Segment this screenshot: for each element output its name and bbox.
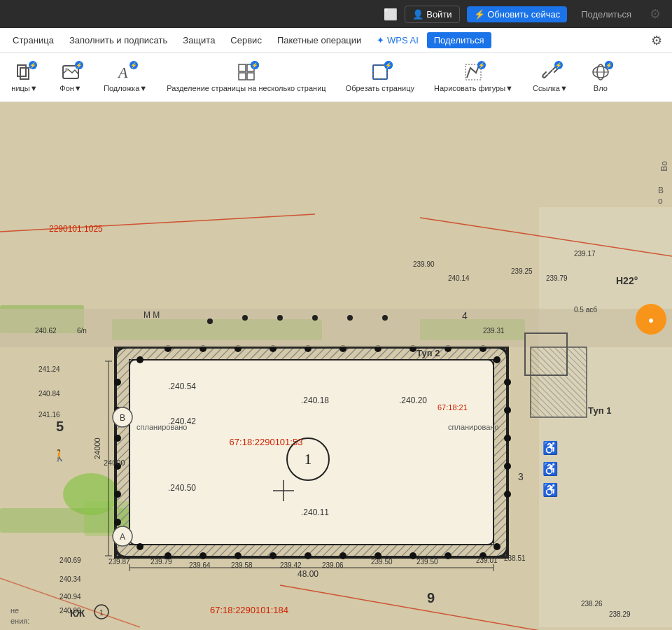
tool-background[interactable]: ⚡ Фон▼: [53, 59, 88, 95]
svg-line-12: [548, 70, 552, 74]
link-icon: ⚡: [540, 62, 560, 82]
menu-gear-icon[interactable]: ⚙: [647, 33, 666, 48]
link-label: Ссылка▼: [533, 84, 568, 92]
settings-icon[interactable]: ⚙: [645, 6, 665, 22]
svg-point-68: [114, 379, 121, 386]
svg-point-56: [340, 552, 346, 559]
menu-service[interactable]: Сервис: [223, 32, 269, 48]
svg-text:240.84: 240.84: [38, 390, 60, 398]
tool-crop[interactable]: ⚡ ⚡ Обрезать страницу: [342, 59, 419, 95]
svg-text:239.58: 239.58: [231, 561, 253, 569]
menu-fill-sign[interactable]: Заполнить и подписать: [62, 32, 174, 48]
menu-page[interactable]: Страница: [6, 32, 61, 48]
underlay-label: Подложка▼: [104, 84, 147, 92]
svg-text:24000: 24000: [93, 438, 102, 459]
svg-rect-0: [18, 65, 26, 76]
svg-point-53: [444, 552, 451, 559]
svg-text:Туп 1: Туп 1: [588, 405, 611, 416]
svg-text:239.87: 239.87: [108, 558, 130, 566]
svg-rect-7: [239, 73, 246, 80]
svg-point-48: [504, 435, 511, 442]
tool-split[interactable]: ⚡ ⚡ Разделение страницы на несколько стр…: [162, 59, 330, 95]
svg-rect-94: [0, 309, 672, 347]
toolbar: ⚡ ницы▼ ⚡ Фон▼ A ⚡ Подложка▼ ⚡ ⚡ Разделе…: [0, 53, 672, 102]
svg-point-49: [504, 463, 511, 470]
svg-text:239.90: 239.90: [413, 260, 435, 268]
svg-text:спланировано: спланировано: [136, 423, 187, 431]
svg-text:238.26: 238.26: [581, 600, 603, 608]
crop-label: Обрезать страницу: [346, 84, 414, 92]
svg-text:239.50: 239.50: [416, 558, 438, 566]
svg-text:.240.54: .240.54: [168, 382, 196, 391]
svg-text:24000: 24000: [104, 458, 125, 467]
svg-text:5: 5: [56, 419, 64, 434]
svg-text:●: ●: [648, 314, 654, 326]
svg-text:239.64: 239.64: [189, 561, 211, 569]
blueprint-canvas[interactable]: 1 67:18:2290101:53 .240.54 .240.42 .240.…: [0, 102, 672, 630]
svg-rect-1: [20, 68, 29, 79]
draw-label: Нарисовать фигуры▼: [434, 84, 513, 92]
svg-point-54: [410, 552, 416, 559]
svg-text:H22°: H22°: [616, 275, 638, 286]
svg-point-63: [114, 519, 121, 526]
svg-point-34: [136, 356, 144, 363]
split-icon: ⚡ ⚡: [237, 62, 256, 82]
menu-protect[interactable]: Защита: [176, 32, 222, 48]
svg-text:239.79: 239.79: [150, 558, 172, 566]
user-icon: 👤: [412, 9, 424, 20]
tool-link[interactable]: ⚡ Ссылка▼: [528, 59, 572, 95]
pages-label: ницы▼: [11, 84, 37, 92]
svg-text:.240.20: .240.20: [399, 396, 427, 405]
update-button[interactable]: ⚡ Обновить сейчас: [467, 6, 568, 22]
svg-text:239.31: 239.31: [483, 327, 505, 335]
svg-text:240.69: 240.69: [59, 556, 81, 564]
svg-point-3: [65, 68, 68, 71]
svg-text:238.29: 238.29: [609, 610, 631, 618]
menu-share[interactable]: Поделиться: [427, 32, 491, 48]
svg-text:♿: ♿: [542, 440, 559, 456]
menu-wps-ai[interactable]: ✦ WPS AI: [370, 32, 425, 48]
svg-point-66: [114, 435, 121, 442]
share-topbar-button[interactable]: Поделиться: [574, 6, 638, 22]
tool-draw[interactable]: ⚡ Нарисовать фигуры▼: [430, 59, 517, 95]
draw-icon: ⚡: [463, 62, 483, 82]
svg-text:Туп 2: Туп 2: [416, 348, 440, 358]
split-label: Разделение страницы на несколько страниц: [167, 84, 326, 92]
svg-text:239.42: 239.42: [280, 561, 302, 569]
svg-text:240.62: 240.62: [35, 327, 57, 335]
svg-point-45: [493, 356, 500, 363]
svg-rect-8: [247, 73, 254, 80]
svg-text:А: А: [120, 532, 125, 542]
svg-text:67:18:2290101:53: 67:18:2290101:53: [230, 437, 303, 447]
svg-text:67:18:2290101:184: 67:18:2290101:184: [210, 605, 288, 615]
svg-point-148: [207, 318, 213, 324]
tool-pages[interactable]: ⚡ ницы▼: [7, 59, 42, 95]
svg-rect-5: [239, 64, 246, 71]
svg-point-150: [277, 315, 283, 321]
background-icon: ⚡: [61, 62, 80, 82]
menu-batch[interactable]: Пакетные операции: [270, 32, 368, 48]
tool-underlay[interactable]: A ⚡ Подложка▼: [99, 59, 151, 95]
svg-text:238.51: 238.51: [504, 554, 526, 562]
svg-text:239.50: 239.50: [371, 558, 393, 566]
svg-text:M    M: M M: [144, 310, 160, 320]
svg-point-152: [347, 315, 353, 321]
topbar: ⬜ 👤 Войти ⚡ Обновить сейчас Поделиться ⚙: [0, 0, 672, 28]
svg-point-51: [493, 543, 500, 550]
svg-point-149: [242, 315, 248, 321]
embed-label: Вло: [594, 84, 608, 92]
svg-text:6/n: 6/n: [77, 327, 87, 335]
svg-text:A: A: [117, 64, 128, 81]
svg-text:не: не: [10, 606, 19, 615]
tool-embed[interactable]: ⚡ ⚡ Вло: [583, 59, 618, 95]
svg-text:239.01: 239.01: [476, 556, 498, 564]
right-side-label: Bo: [657, 158, 672, 174]
embed-icon: ⚡ ⚡: [591, 62, 610, 82]
svg-text:239.06: 239.06: [322, 561, 344, 569]
crop-icon: ⚡ ⚡: [370, 62, 390, 82]
svg-point-151: [312, 315, 318, 321]
login-button[interactable]: 👤 Войти: [405, 6, 459, 23]
svg-point-57: [304, 552, 312, 559]
window-controls-icon: ⬜: [384, 8, 398, 21]
svg-text:240.94: 240.94: [59, 593, 81, 601]
